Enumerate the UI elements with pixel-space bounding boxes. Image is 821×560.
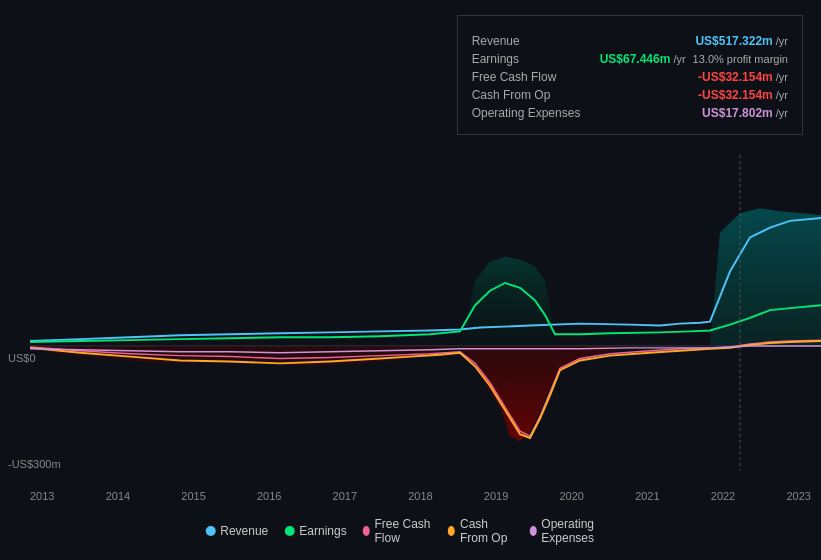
tooltip-row-earnings: EarningsUS$67.446m/yr13.0% profit margin bbox=[472, 52, 788, 66]
legend-item-free-cash-flow[interactable]: Free Cash Flow bbox=[363, 517, 433, 545]
tooltip-row-cash-from-op: Cash From Op-US$32.154m/yr bbox=[472, 88, 788, 102]
legend-item-revenue[interactable]: Revenue bbox=[205, 524, 268, 538]
tooltip-row-operating-expenses: Operating ExpensesUS$17.802m/yr bbox=[472, 106, 788, 120]
x-label-2019: 2019 bbox=[484, 490, 508, 502]
tooltip-rows: RevenueUS$517.322m/yrEarningsUS$67.446m/… bbox=[472, 34, 788, 120]
chart-container: RevenueUS$517.322m/yrEarningsUS$67.446m/… bbox=[0, 0, 821, 560]
chart-svg bbox=[30, 155, 821, 470]
x-label-2014: 2014 bbox=[106, 490, 130, 502]
legend-dot-pink bbox=[363, 526, 370, 536]
negative-area-fill bbox=[460, 346, 660, 441]
tooltip-row-free-cash-flow: Free Cash Flow-US$32.154m/yr bbox=[472, 70, 788, 84]
legend-item-operating-expenses[interactable]: Operating Expenses bbox=[529, 517, 615, 545]
x-label-2022: 2022 bbox=[711, 490, 735, 502]
tooltip-row-revenue: RevenueUS$517.322m/yr bbox=[472, 34, 788, 48]
legend-item-cash-from-op[interactable]: Cash From Op bbox=[448, 517, 513, 545]
free-cashflow-line bbox=[30, 340, 821, 436]
tooltip-box: RevenueUS$517.322m/yrEarningsUS$67.446m/… bbox=[457, 15, 803, 135]
x-label-2023: 2023 bbox=[786, 490, 810, 502]
earnings-area-fill bbox=[460, 257, 555, 346]
legend-dot-purple bbox=[529, 526, 536, 536]
revenue-line bbox=[30, 218, 821, 341]
x-label-2015: 2015 bbox=[181, 490, 205, 502]
x-label-2016: 2016 bbox=[257, 490, 281, 502]
x-label-2020: 2020 bbox=[559, 490, 583, 502]
earnings-line bbox=[30, 283, 821, 342]
legend-dot-green bbox=[284, 526, 294, 536]
x-label-2018: 2018 bbox=[408, 490, 432, 502]
x-label-2013: 2013 bbox=[30, 490, 54, 502]
x-label-2017: 2017 bbox=[333, 490, 357, 502]
early-negative-area bbox=[30, 346, 460, 366]
legend-item-earnings[interactable]: Earnings bbox=[284, 524, 346, 538]
x-labels: 2013201420152016201720182019202020212022… bbox=[30, 490, 821, 502]
legend-dot-orange bbox=[448, 526, 455, 536]
x-label-2021: 2021 bbox=[635, 490, 659, 502]
legend: RevenueEarningsFree Cash FlowCash From O… bbox=[205, 517, 616, 545]
legend-dot-blue bbox=[205, 526, 215, 536]
